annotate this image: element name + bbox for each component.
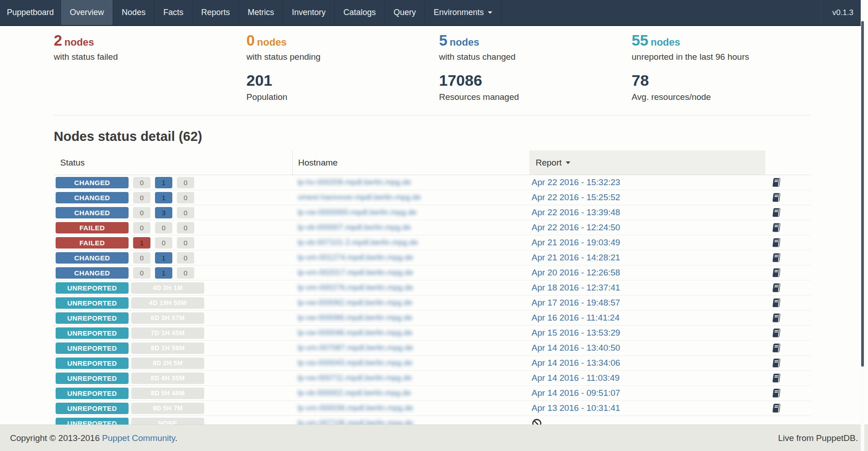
hostname-link[interactable]: lp-vw-000046.mpdl.berlin.mpg.de <box>298 328 412 337</box>
report-log-icon[interactable] <box>772 207 781 218</box>
report-log-icon[interactable] <box>772 268 781 278</box>
column-header-hostname[interactable]: Hostname <box>292 150 529 175</box>
hostname-link[interactable]: lp-vm-000036.mpdl.berlin.mpg.de <box>298 404 413 413</box>
report-log-icon[interactable] <box>772 358 781 368</box>
report-log-icon[interactable] <box>772 313 781 323</box>
nav-item-label: Nodes <box>122 8 145 17</box>
report-log-book-icon <box>772 207 781 218</box>
report-date-link[interactable]: Apr 20 2016 - 12:26:58 <box>532 268 620 278</box>
count-badge: 0 <box>133 267 150 279</box>
report-log-cell <box>765 373 811 383</box>
report-log-icon[interactable] <box>772 373 781 383</box>
scrollbar-track[interactable] <box>861 0 864 451</box>
nav-item-query[interactable]: Query <box>385 0 425 25</box>
nav-item-label: Reports <box>201 8 230 17</box>
hostname-link[interactable]: lp-vw-000062.mpdl.berlin.mpg.de <box>298 298 412 307</box>
hostname-link[interactable]: lp-vw-000066.mpdl.berlin.mpg.de <box>298 313 412 322</box>
scrollbar-thumb[interactable] <box>861 21 864 367</box>
hostname-cell: lp-vb-000002.mpdl.berlin.mpg.de <box>292 389 529 398</box>
report-date-link[interactable]: Apr 14 2016 - 13:34:06 <box>532 358 620 368</box>
main-content: 2nodes with status failed 0nodes with st… <box>47 26 817 431</box>
status-cell: UNREPORTED8D 5H 48M <box>54 388 292 399</box>
nav-item-metrics[interactable]: Metrics <box>239 0 283 25</box>
report-log-book-icon <box>772 313 781 323</box>
hostname-link[interactable]: lp-vm-007087.mpdl.berlin.mpg.de <box>298 343 413 353</box>
report-log-cell <box>765 328 811 338</box>
hostname-link[interactable]: lp-vw-000711.mpdl.berlin.mpg.de <box>298 373 412 383</box>
hostname-link[interactable]: vmext-hannover.mpdl.berlin.mpg.de <box>298 193 421 202</box>
nav-item-environments[interactable]: Environments <box>425 0 501 25</box>
table-row: UNREPORTED7D 1H 45Mlp-vw-000046.mpdl.ber… <box>54 326 811 341</box>
report-date-link[interactable]: Apr 22 2016 - 15:25:52 <box>532 192 620 202</box>
report-log-book-icon <box>772 253 781 263</box>
report-date-link[interactable]: Apr 21 2016 - 19:03:49 <box>532 238 620 248</box>
failed-count: 2 <box>54 32 62 49</box>
status-badge: FAILED <box>56 237 129 249</box>
count-badge: 3 <box>155 207 172 218</box>
report-log-icon[interactable] <box>772 238 781 248</box>
nav-item-facts[interactable]: Facts <box>155 0 192 25</box>
report-log-icon[interactable] <box>772 253 781 263</box>
report-date-link[interactable]: Apr 14 2016 - 13:40:50 <box>532 343 620 353</box>
report-log-icon[interactable] <box>772 403 781 413</box>
report-date-link[interactable]: Apr 21 2016 - 14:28:21 <box>532 253 620 263</box>
population-count: 201 <box>247 72 426 89</box>
resources-label: Resources managed <box>439 92 618 102</box>
report-log-icon[interactable] <box>772 388 781 398</box>
nav-item-label: Facts <box>163 8 183 17</box>
report-log-icon[interactable] <box>772 192 781 202</box>
report-date-link[interactable]: Apr 18 2016 - 12:37:41 <box>532 283 620 293</box>
nav-item-inventory[interactable]: Inventory <box>283 0 335 25</box>
hostname-link[interactable]: lp-vw-000043.mpdl.berlin.mpg.de <box>298 358 412 368</box>
hostname-link[interactable]: lp-hv-000209.mpdl.berlin.mpg.de <box>298 178 411 187</box>
report-log-icon[interactable] <box>772 343 781 353</box>
nav-item-overview[interactable]: Overview <box>61 0 113 25</box>
report-date-link[interactable]: Apr 14 2016 - 09:51:07 <box>532 388 620 398</box>
report-log-icon[interactable] <box>772 223 781 233</box>
report-log-icon[interactable] <box>772 283 781 293</box>
report-log-icon[interactable] <box>772 298 781 308</box>
report-log-cell <box>765 253 811 263</box>
report-log-icon[interactable] <box>772 328 781 338</box>
nodes-table: Status Hostname Report CHANGED010lp-hv-0… <box>54 150 811 431</box>
report-log-cell <box>765 343 811 353</box>
report-log-cell <box>765 223 811 233</box>
puppet-community-link[interactable]: Puppet Community <box>102 433 175 443</box>
report-date-link[interactable]: Apr 13 2016 - 10:31:41 <box>532 403 620 413</box>
hostname-link[interactable]: lp-vb-007101-2.mpdl.berlin.mpg.de <box>298 238 418 247</box>
report-log-book-icon <box>772 238 781 248</box>
report-date-link[interactable]: Apr 16 2016 - 11:41:24 <box>532 313 620 323</box>
count-badge: 1 <box>155 267 172 279</box>
hostname-cell: lp-vm-000036.mpdl.berlin.mpg.de <box>292 404 529 413</box>
hostname-cell: lp-hv-000209.mpdl.berlin.mpg.de <box>292 178 529 187</box>
hostname-link[interactable]: lp-vm-000276.mpdl.berlin.mpg.de <box>298 283 413 292</box>
unreported-label: unreported in the last 96 hours <box>632 52 811 62</box>
hostname-link[interactable]: lp-vb-000002.mpdl.berlin.mpg.de <box>298 389 411 398</box>
hostname-link[interactable]: lp-vb-000007.mpdl.berlin.mpg.de <box>298 223 411 232</box>
hostname-link[interactable]: lp-vm-002017.mpdl.berlin.mpg.de <box>298 268 413 277</box>
status-badge: UNREPORTED <box>56 297 129 309</box>
report-date-link[interactable]: Apr 22 2016 - 12:24:50 <box>532 223 620 233</box>
hostname-link[interactable]: lp-vw-0000000.mpdl.berlin.mpg.de <box>298 208 417 217</box>
column-header-status[interactable]: Status <box>54 150 292 175</box>
nav-item-catalogs[interactable]: Catalogs <box>335 0 385 25</box>
column-header-report[interactable]: Report <box>529 150 765 175</box>
table-row: UNREPORTED8D 2H 5Mlp-vw-000043.mpdl.berl… <box>54 356 811 371</box>
avg-resources-label: Avg. resources/node <box>632 92 811 102</box>
nav-item-reports[interactable]: Reports <box>192 0 239 25</box>
report-date-link[interactable]: Apr 22 2016 - 15:32:23 <box>532 177 620 187</box>
report-date-link[interactable]: Apr 17 2016 - 19:48:57 <box>532 298 620 308</box>
report-date-link[interactable]: Apr 14 2016 - 11:03:49 <box>532 373 620 383</box>
report-date-link[interactable]: Apr 15 2016 - 13:53:29 <box>532 328 620 338</box>
section-title: Nodes status detail (62) <box>54 129 811 144</box>
report-date-link[interactable]: Apr 22 2016 - 13:39:48 <box>532 207 620 218</box>
status-badge: UNREPORTED <box>56 342 129 354</box>
report-log-icon[interactable] <box>772 177 781 187</box>
puppetdb-status-text: Live from PuppetDB. <box>778 433 858 443</box>
brand-link[interactable]: Puppetboard <box>0 0 61 25</box>
changed-label: with status changed <box>439 52 618 62</box>
hostname-link[interactable]: lp-vm-001274.mpdl.berlin.mpg.de <box>298 253 413 262</box>
nav-item-nodes[interactable]: Nodes <box>113 0 155 25</box>
stat-population: 201 Population <box>240 72 433 102</box>
report-log-book-icon <box>772 358 781 368</box>
